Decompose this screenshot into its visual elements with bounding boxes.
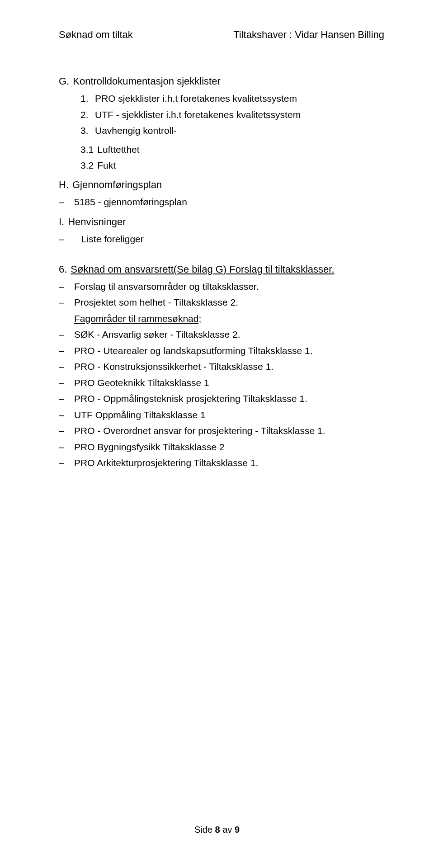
- footer-total-pages: 9: [235, 825, 240, 835]
- item-text: PRO Geoteknikk Tiltaksklasse 1: [74, 376, 209, 390]
- item-text: PRO - Utearealer og landskapsutforming T…: [74, 344, 313, 358]
- section-g-title: Kontrolldokumentasjon sjekklister: [73, 74, 221, 89]
- item-text: UTF - sjekklister i.h.t foretakenes kval…: [95, 108, 301, 122]
- list-item: – UTF Oppmåling Tiltaksklasse 1: [59, 408, 384, 422]
- section-g-heading: G. Kontrolldokumentasjon sjekklister: [59, 74, 384, 89]
- list-item: 2. UTF - sjekklister i.h.t foretakenes k…: [80, 108, 384, 122]
- list-item: – Prosjektet som helhet - Tiltaksklasse …: [59, 295, 384, 310]
- section-h-title: Gjennomføringsplan: [72, 177, 162, 192]
- dash-icon: –: [59, 456, 65, 470]
- list-item: – PRO - Konstruksjonssikkerhet - Tiltaks…: [59, 359, 384, 374]
- list-item: 3.2 Fukt: [80, 158, 384, 173]
- list-item: – PRO Arkitekturprosjektering Tiltakskla…: [59, 456, 384, 470]
- section-g-list: 1. PRO sjekklister i.h.t foretakenes kva…: [59, 91, 384, 138]
- section-g-sublist: 3.1 Lufttetthet 3.2 Fukt: [59, 142, 384, 173]
- item-number: 1.: [80, 91, 91, 106]
- dash-icon: –: [59, 195, 65, 209]
- list-item: – PRO - Utearealer og landskapsutforming…: [59, 344, 384, 358]
- list-item: – PRO - Overordnet ansvar for prosjekter…: [59, 424, 384, 438]
- item-text: Lufttetthet: [97, 142, 139, 157]
- dash-icon: –: [59, 232, 65, 246]
- dash-icon: –: [59, 359, 65, 374]
- item-text: UTF Oppmåling Tiltaksklasse 1: [74, 408, 206, 422]
- list-item: – 5185 - gjennomføringsplan: [59, 195, 384, 209]
- item-number: 3.: [80, 123, 91, 138]
- item-text: Prosjektet som helhet - Tiltaksklasse 2.: [74, 295, 238, 310]
- item-text: PRO - Overordnet ansvar for prosjekterin…: [74, 424, 326, 438]
- item-number: 2.: [80, 108, 91, 122]
- section-i-list: – Liste foreligger: [59, 232, 384, 246]
- document-header: Søknad om tiltak Tiltakshaver : Vidar Ha…: [59, 27, 384, 42]
- item-text: Forslag til ansvarsområder og tiltakskla…: [74, 279, 259, 294]
- list-item: 3.1 Lufttetthet: [80, 142, 384, 157]
- section-i-title: Henvisninger: [68, 214, 126, 229]
- list-item: – Liste foreligger: [59, 232, 384, 246]
- section-g-marker: G.: [59, 74, 69, 89]
- dash-icon: –: [59, 327, 65, 342]
- item-number: 3.2: [80, 158, 94, 173]
- dash-icon: –: [59, 424, 65, 438]
- section-6-heading: 6. Søknad om ansvarsrett(Se bilag G) For…: [59, 262, 384, 277]
- section-6-subheading: Fagområder til rammesøknad;: [74, 313, 201, 324]
- section-h-heading: H. Gjennomføringsplan: [59, 177, 384, 192]
- item-number: 3.1: [80, 142, 94, 157]
- dash-icon: –: [59, 440, 65, 454]
- list-item: – PRO Bygningsfysikk Tiltaksklasse 2: [59, 440, 384, 454]
- page-footer: Side 8 av 9: [0, 823, 434, 836]
- list-item: – Forslag til ansvarsområder og tiltaksk…: [59, 279, 384, 294]
- dash-icon: –: [59, 392, 65, 406]
- footer-av-label: av: [220, 825, 235, 835]
- header-right: Tiltakshaver : Vidar Hansen Billing: [233, 27, 384, 42]
- section-h-marker: H.: [59, 177, 69, 192]
- item-text: Fukt: [97, 158, 116, 173]
- item-text: Uavhengig kontroll-: [95, 123, 177, 138]
- list-item: – PRO - Oppmålingsteknisk prosjektering …: [59, 392, 384, 406]
- dash-icon: –: [59, 344, 65, 358]
- item-text: PRO - Konstruksjonssikkerhet - Tiltakskl…: [74, 359, 274, 374]
- footer-page-number: 8: [215, 825, 220, 835]
- section-i-heading: I. Henvisninger: [59, 214, 384, 229]
- list-item: 3. Uavhengig kontroll-: [80, 123, 384, 138]
- section-6-marker: 6.: [59, 262, 67, 277]
- section-6-title: Søknad om ansvarsrett(Se bilag G) Forsla…: [71, 262, 334, 277]
- item-text: SØK - Ansvarlig søker - Tiltaksklasse 2.: [74, 327, 241, 342]
- section-h-list: – 5185 - gjennomføringsplan: [59, 195, 384, 209]
- list-item: 1. PRO sjekklister i.h.t foretakenes kva…: [80, 91, 384, 106]
- item-text: Liste foreligger: [74, 232, 144, 246]
- section-i-marker: I.: [59, 214, 64, 229]
- list-item: – SØK - Ansvarlig søker - Tiltaksklasse …: [59, 327, 384, 342]
- item-text: PRO sjekklister i.h.t foretakenes kvalit…: [95, 91, 297, 106]
- item-text: PRO - Oppmålingsteknisk prosjektering Ti…: [74, 392, 307, 406]
- list-item: – PRO Geoteknikk Tiltaksklasse 1: [59, 376, 384, 390]
- item-text: PRO Bygningsfysikk Tiltaksklasse 2: [74, 440, 225, 454]
- header-left: Søknad om tiltak: [59, 27, 133, 42]
- dash-icon: –: [59, 376, 65, 390]
- dash-icon: –: [59, 279, 65, 294]
- footer-side-label: Side: [194, 825, 215, 835]
- section-6-faglist: – SØK - Ansvarlig søker - Tiltaksklasse …: [59, 327, 384, 470]
- dash-icon: –: [59, 408, 65, 422]
- item-text: PRO Arkitekturprosjektering Tiltaksklass…: [74, 456, 258, 470]
- dash-icon: –: [59, 295, 65, 310]
- section-6-intro-list: – Forslag til ansvarsområder og tiltaksk…: [59, 279, 384, 310]
- item-text: 5185 - gjennomføringsplan: [74, 195, 187, 209]
